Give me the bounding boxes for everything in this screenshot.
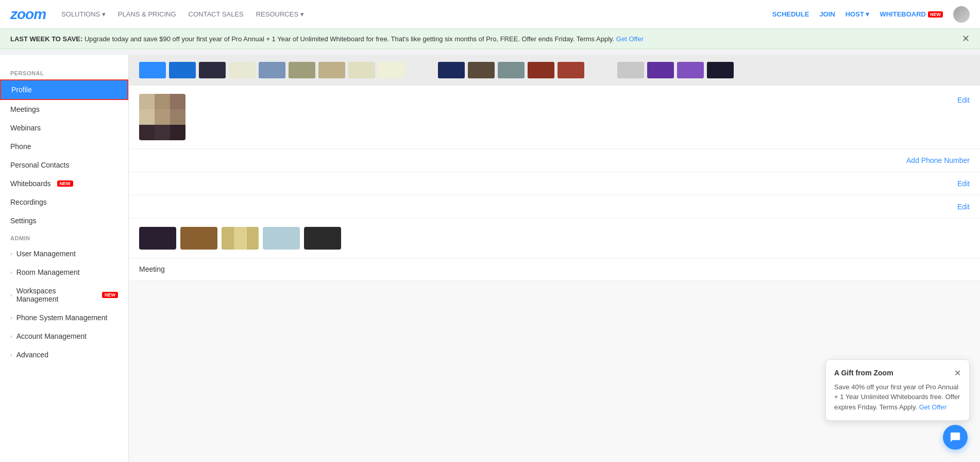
profile-edit-row-3: Edit bbox=[129, 195, 980, 219]
whiteboards-new-badge: NEW bbox=[57, 180, 73, 187]
chevron-icon: › bbox=[10, 269, 12, 275]
vb-spacer bbox=[408, 62, 435, 78]
nav-resources[interactable]: RESOURCES ▾ bbox=[256, 10, 304, 18]
sidebar: PERSONAL Profile Meetings Webinars Phone… bbox=[0, 55, 129, 462]
chevron-icon: › bbox=[10, 292, 12, 298]
gift-popup-get-offer-link[interactable]: Get Offer bbox=[919, 403, 947, 411]
banner-get-offer-link[interactable]: Get Offer bbox=[616, 35, 644, 43]
banner-prefix: LAST WEEK TO SAVE: bbox=[10, 35, 82, 43]
nav-plans[interactable]: PLANS & PRICING bbox=[118, 10, 176, 18]
sidebar-item-phone-system-management[interactable]: › Phone System Management bbox=[0, 308, 128, 327]
whiteboard-button[interactable]: WHITEBOARD NEW bbox=[880, 10, 943, 18]
gift-popup-header: A Gift from Zoom ✕ bbox=[834, 368, 961, 378]
gift-popup-title: A Gift from Zoom bbox=[834, 369, 893, 377]
sidebar-item-advanced[interactable]: › Advanced bbox=[0, 345, 128, 364]
vb-bottom-2[interactable] bbox=[180, 227, 217, 250]
chevron-icon: › bbox=[10, 352, 12, 358]
meeting-label: Meeting bbox=[139, 265, 165, 273]
banner-text: LAST WEEK TO SAVE: Upgrade today and sav… bbox=[10, 35, 644, 43]
zoom-logo[interactable]: zoom bbox=[10, 6, 46, 23]
chat-icon bbox=[950, 432, 961, 443]
gift-popup-text: Save 40% off your first year of Pro Annu… bbox=[834, 382, 961, 412]
nav-right: SCHEDULE JOIN HOST ▾ WHITEBOARD NEW bbox=[772, 6, 970, 23]
sidebar-item-profile[interactable]: Profile bbox=[0, 79, 128, 100]
vb-swatch-1[interactable] bbox=[139, 62, 166, 78]
vb-swatch-12[interactable] bbox=[498, 62, 525, 78]
vb-bottom-5[interactable] bbox=[304, 227, 341, 250]
chevron-icon: › bbox=[10, 251, 12, 257]
chevron-icon: › bbox=[10, 333, 12, 339]
nav-links: SOLUTIONS ▾ PLANS & PRICING CONTACT SALE… bbox=[61, 10, 772, 18]
sidebar-item-meetings[interactable]: Meetings bbox=[0, 100, 128, 119]
sidebar-item-recordings[interactable]: Recordings bbox=[0, 193, 128, 211]
vb-swatch-8[interactable] bbox=[348, 62, 375, 78]
vb-bottom-1[interactable] bbox=[139, 227, 176, 250]
vb-swatch-2[interactable] bbox=[169, 62, 196, 78]
sidebar-item-room-management[interactable]: › Room Management bbox=[0, 263, 128, 282]
vb-swatch-4[interactable] bbox=[229, 62, 256, 78]
chevron-icon: › bbox=[10, 315, 12, 321]
vb-swatch-18[interactable] bbox=[707, 62, 734, 78]
chat-button[interactable] bbox=[943, 425, 968, 450]
profile-edit-button-2[interactable]: Edit bbox=[957, 179, 970, 188]
vb-swatch-5[interactable] bbox=[259, 62, 285, 78]
add-phone-number-link[interactable]: Add Phone Number bbox=[906, 156, 970, 164]
profile-avatar-container bbox=[139, 94, 185, 140]
vb-bottom-3[interactable] bbox=[222, 227, 259, 250]
vb-swatch-14[interactable] bbox=[557, 62, 584, 78]
nav-solutions[interactable]: SOLUTIONS ▾ bbox=[61, 10, 106, 18]
sidebar-item-user-management[interactable]: › User Management bbox=[0, 244, 128, 263]
profile-edit-row: Edit bbox=[129, 86, 980, 148]
sidebar-item-workspaces-management[interactable]: › Workspaces Management NEW bbox=[0, 282, 128, 308]
virtual-backgrounds-top bbox=[129, 55, 980, 86]
schedule-link[interactable]: SCHEDULE bbox=[772, 10, 809, 18]
join-link[interactable]: JOIN bbox=[819, 10, 835, 18]
vb-swatch-6[interactable] bbox=[289, 62, 315, 78]
vb-swatch-15[interactable] bbox=[617, 62, 644, 78]
host-button[interactable]: HOST ▾ bbox=[846, 10, 870, 18]
workspaces-new-badge: NEW bbox=[102, 292, 118, 298]
top-navigation: zoom SOLUTIONS ▾ PLANS & PRICING CONTACT… bbox=[0, 0, 980, 29]
banner-body: Upgrade today and save $90 off your firs… bbox=[85, 35, 614, 43]
vb-swatch-11[interactable] bbox=[468, 62, 495, 78]
sidebar-item-whiteboards[interactable]: Whiteboards NEW bbox=[0, 174, 128, 193]
vb-swatch-13[interactable] bbox=[528, 62, 554, 78]
vb-swatch-16[interactable] bbox=[647, 62, 674, 78]
sidebar-item-account-management[interactable]: › Account Management bbox=[0, 327, 128, 345]
banner-close-button[interactable]: ✕ bbox=[962, 34, 970, 43]
vb-spacer2 bbox=[587, 62, 614, 78]
profile-edit-button[interactable]: Edit bbox=[957, 96, 970, 104]
gift-popup-close-button[interactable]: ✕ bbox=[954, 368, 961, 378]
sidebar-item-phone[interactable]: Phone bbox=[0, 137, 128, 156]
user-avatar[interactable] bbox=[953, 6, 970, 23]
gift-popup: A Gift from Zoom ✕ Save 40% off your fir… bbox=[825, 359, 970, 421]
admin-section-label: ADMIN bbox=[0, 230, 128, 244]
virtual-backgrounds-bottom bbox=[129, 219, 980, 258]
profile-edit-button-3[interactable]: Edit bbox=[957, 203, 970, 211]
vb-swatch-17[interactable] bbox=[677, 62, 704, 78]
personal-section-label: PERSONAL bbox=[0, 65, 128, 79]
promo-banner: LAST WEEK TO SAVE: Upgrade today and sav… bbox=[0, 29, 980, 49]
sidebar-item-settings[interactable]: Settings bbox=[0, 211, 128, 230]
vb-swatch-10[interactable] bbox=[438, 62, 465, 78]
sidebar-item-personal-contacts[interactable]: Personal Contacts bbox=[0, 156, 128, 174]
vb-swatch-3[interactable] bbox=[199, 62, 226, 78]
profile-edit-row-2: Edit bbox=[129, 172, 980, 195]
phone-section: Add Phone Number bbox=[129, 149, 980, 172]
whiteboard-new-badge: NEW bbox=[928, 11, 943, 18]
vb-swatch-9[interactable] bbox=[378, 62, 405, 78]
vb-bottom-4[interactable] bbox=[263, 227, 300, 250]
vb-swatch-7[interactable] bbox=[318, 62, 345, 78]
sidebar-item-webinars[interactable]: Webinars bbox=[0, 119, 128, 137]
nav-contact-sales[interactable]: CONTACT SALES bbox=[189, 10, 244, 18]
meeting-section: Meeting bbox=[129, 258, 980, 280]
